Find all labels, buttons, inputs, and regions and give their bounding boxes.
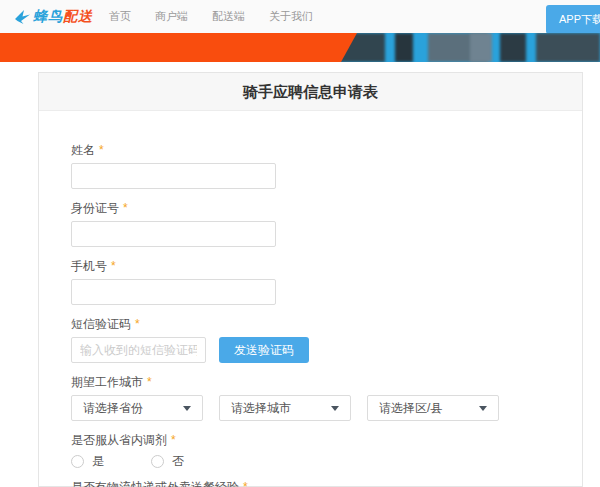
banner-photo-shape bbox=[395, 33, 413, 62]
nav-item-about[interactable]: 关于我们 bbox=[269, 9, 313, 24]
application-form-card: 骑手应聘信息申请表 姓名* 身份证号* 手机号* 短信验证码* bbox=[38, 72, 583, 487]
required-marker: * bbox=[171, 433, 176, 447]
logo[interactable]: 蜂鸟 配送 bbox=[13, 8, 93, 26]
required-marker: * bbox=[123, 201, 128, 215]
required-marker: * bbox=[99, 143, 104, 157]
transfer-label: 是否服从省内调剂 bbox=[71, 433, 167, 447]
field-id-number: 身份证号* bbox=[71, 202, 582, 247]
app-download-button[interactable]: APP下载 bbox=[546, 5, 600, 34]
required-marker: * bbox=[111, 259, 116, 273]
phone-label: 手机号 bbox=[71, 259, 107, 273]
nav-item-home[interactable]: 首页 bbox=[109, 9, 131, 24]
name-input[interactable] bbox=[71, 163, 276, 189]
id-number-input[interactable] bbox=[71, 221, 276, 247]
hero-banner bbox=[0, 33, 600, 62]
form-title: 骑手应聘信息申请表 bbox=[39, 73, 582, 111]
field-work-city: 期望工作城市* 请选择省份 请选择城市 请选择区/县 bbox=[71, 376, 582, 421]
field-sms-code: 短信验证码* 发送验证码 bbox=[71, 318, 582, 363]
banner-orange-stripe bbox=[0, 33, 357, 62]
logo-text-primary: 蜂鸟 bbox=[33, 8, 63, 26]
radio-unchecked-icon[interactable] bbox=[71, 455, 84, 468]
radio-unchecked-icon[interactable] bbox=[151, 455, 164, 468]
caret-down-icon bbox=[183, 406, 191, 411]
field-transfer: 是否服从省内调剂* 是 否 bbox=[71, 434, 582, 470]
nav-links: 首页 商户端 配送端 关于我们 bbox=[109, 9, 337, 24]
sms-code-input[interactable] bbox=[71, 337, 206, 363]
banner-photo-shape bbox=[500, 33, 526, 62]
nav-item-merchant[interactable]: 商户端 bbox=[155, 9, 188, 24]
province-select-value: 请选择省份 bbox=[83, 400, 143, 417]
city-select[interactable]: 请选择城市 bbox=[219, 395, 351, 421]
logo-bird-icon bbox=[13, 9, 31, 25]
experience-label: 是否有物流快递或外卖送餐经验 bbox=[71, 480, 239, 487]
work-city-label: 期望工作城市 bbox=[71, 375, 143, 389]
phone-input[interactable] bbox=[71, 279, 276, 305]
field-name: 姓名* bbox=[71, 144, 582, 189]
caret-down-icon bbox=[479, 406, 487, 411]
id-number-label: 身份证号 bbox=[71, 201, 119, 215]
name-label: 姓名 bbox=[71, 143, 95, 157]
required-marker: * bbox=[243, 480, 248, 487]
transfer-option-no[interactable]: 否 bbox=[151, 453, 231, 470]
sms-code-label: 短信验证码 bbox=[71, 317, 131, 331]
banner-photo-shape bbox=[470, 33, 492, 62]
form-body: 姓名* 身份证号* 手机号* 短信验证码* 发送验证码 bbox=[39, 111, 582, 487]
logo-text-secondary: 配送 bbox=[63, 8, 93, 26]
city-select-value: 请选择城市 bbox=[231, 400, 291, 417]
province-select[interactable]: 请选择省份 bbox=[71, 395, 203, 421]
banner-photo-shape bbox=[536, 33, 600, 62]
required-marker: * bbox=[135, 317, 140, 331]
field-phone: 手机号* bbox=[71, 260, 582, 305]
top-nav: 蜂鸟 配送 首页 商户端 配送端 关于我们 APP下载 bbox=[0, 0, 600, 33]
district-select-value: 请选择区/县 bbox=[379, 400, 442, 417]
required-marker: * bbox=[147, 375, 152, 389]
district-select[interactable]: 请选择区/县 bbox=[367, 395, 499, 421]
field-experience: 是否有物流快递或外卖送餐经验* 是 否 bbox=[71, 481, 582, 487]
nav-item-delivery[interactable]: 配送端 bbox=[212, 9, 245, 24]
send-code-button[interactable]: 发送验证码 bbox=[219, 337, 309, 363]
caret-down-icon bbox=[331, 406, 339, 411]
transfer-option-yes[interactable]: 是 bbox=[71, 453, 151, 470]
